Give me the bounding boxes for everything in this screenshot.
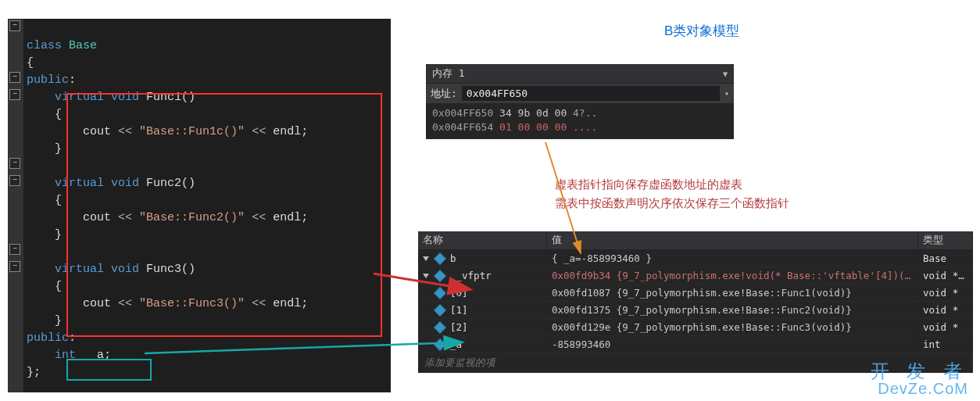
watch-row[interactable]: [2]0x00fd129e {9_7_polymorphism.exe!Base…: [418, 319, 973, 336]
watch-header: 名称 值 类型: [418, 231, 973, 250]
watch-panel: 名称 值 类型 b{ _a=-858993460 }Base__vfptr0x0…: [418, 231, 973, 373]
watch-row[interactable]: _a-858993460int: [418, 336, 973, 353]
diagram-title: B类对象模型: [664, 22, 739, 40]
fold-marker-icon[interactable]: −: [9, 89, 20, 100]
variable-icon: [434, 252, 446, 265]
fold-marker-icon[interactable]: −: [9, 261, 20, 272]
fold-marker-icon[interactable]: −: [9, 244, 20, 255]
watch-var-value: 0x00fd129e {9_7_polymorphism.exe!Base::F…: [547, 319, 918, 335]
annotation-text: 虚表指针指向保存虚函数地址的虚表 需表中按函数声明次序依次保存三个函数指针: [555, 175, 789, 213]
watch-col-value[interactable]: 值: [547, 231, 918, 249]
variable-icon: [434, 287, 446, 299]
fold-marker-icon[interactable]: −: [9, 158, 20, 169]
memory-address-row: 地址: ▾: [426, 84, 734, 103]
watch-col-type[interactable]: 类型: [918, 231, 973, 249]
variable-icon: [434, 304, 446, 317]
variable-icon: [434, 270, 446, 282]
watch-var-value: { _a=-858993460 }: [547, 250, 918, 267]
editor-gutter: − − − − − − −: [8, 19, 23, 392]
watch-var-type: void * *: [918, 267, 973, 284]
dropdown-icon[interactable]: ▾: [724, 89, 729, 98]
watch-row[interactable]: b{ _a=-858993460 }Base: [418, 250, 973, 267]
watch-var-type: void *: [918, 285, 973, 301]
memory-address-input[interactable]: [462, 86, 720, 101]
watch-var-name: [0]: [450, 287, 468, 299]
fold-marker-icon[interactable]: −: [9, 175, 20, 186]
watch-var-value: 0x00fd1087 {9_7_polymorphism.exe!Base::F…: [547, 285, 918, 301]
watch-var-type: void *: [918, 319, 973, 335]
watch-row[interactable]: [0]0x00fd1087 {9_7_polymorphism.exe!Base…: [418, 285, 973, 302]
variable-icon: [434, 321, 446, 334]
memory-address-label: 地址:: [431, 87, 457, 101]
watch-add-item[interactable]: 添加要监视的项: [418, 353, 973, 373]
dropdown-icon[interactable]: ▼: [723, 70, 728, 78]
fold-marker-icon[interactable]: −: [9, 72, 20, 83]
watch-var-name: [2]: [450, 321, 468, 333]
code-editor[interactable]: − − − − − − − class Base { public: virtu…: [8, 19, 391, 392]
watch-var-type: int: [918, 336, 973, 353]
code-content[interactable]: class Base { public: virtual void Func1(…: [27, 20, 308, 399]
watch-row[interactable]: __vfptr0x00fd9b34 {9_7_polymorphism.exe!…: [418, 267, 973, 285]
watch-var-type: void *: [918, 302, 973, 318]
memory-panel: 内存 1 ▼ 地址: ▾ 0x004FF650 34 9b 0d 00 4?..…: [426, 64, 734, 139]
watch-var-name: [1]: [450, 304, 468, 316]
watch-var-value: 0x00fd9b34 {9_7_polymorphism.exe!void(* …: [547, 267, 918, 284]
watch-var-name: _a: [450, 338, 462, 350]
memory-panel-title-row[interactable]: 内存 1 ▼: [426, 64, 734, 84]
expand-icon[interactable]: [423, 274, 429, 278]
fold-marker-icon[interactable]: −: [9, 20, 20, 31]
expand-icon[interactable]: [423, 256, 429, 261]
watch-var-name: b: [450, 252, 456, 264]
watch-var-type: Base: [918, 250, 973, 267]
watch-var-value: -858993460: [547, 336, 918, 353]
watch-var-value: 0x00fd1375 {9_7_polymorphism.exe!Base::F…: [547, 302, 918, 318]
memory-panel-title: 内存 1: [432, 66, 465, 81]
watch-col-name[interactable]: 名称: [418, 231, 547, 249]
watch-var-name: __vfptr: [450, 270, 492, 281]
watch-row[interactable]: [1]0x00fd1375 {9_7_polymorphism.exe!Base…: [418, 302, 973, 319]
variable-icon: [434, 338, 446, 351]
memory-dump[interactable]: 0x004FF650 34 9b 0d 00 4?.. 0x004FF654 0…: [426, 103, 734, 139]
